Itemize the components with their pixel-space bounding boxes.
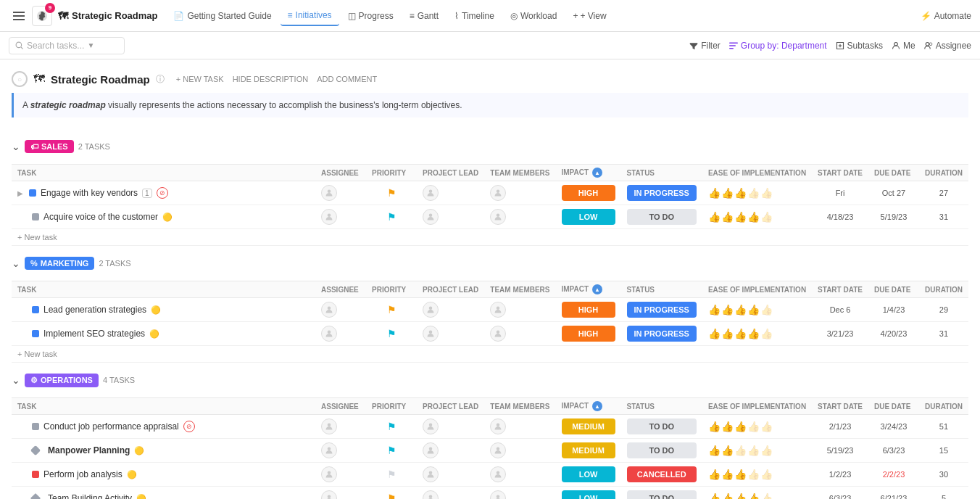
team-members-avatar[interactable] bbox=[490, 302, 506, 318]
impact-sort-icon-ops[interactable]: ▲ bbox=[592, 401, 602, 411]
impact-badge[interactable]: HIGH bbox=[562, 326, 615, 342]
menu-icon[interactable] bbox=[9, 6, 29, 26]
section-header-row-sales: ⌄ 🏷 SALES 2 TASKS bbox=[12, 132, 968, 165]
priority-flag-icon[interactable]: ⚑ bbox=[387, 211, 396, 223]
hide-description-button[interactable]: HIDE DESCRIPTION bbox=[233, 75, 309, 83]
filter-button[interactable]: Filter bbox=[689, 41, 721, 51]
sales-toggle[interactable]: ⌄ bbox=[12, 141, 20, 152]
project-lead-avatar[interactable] bbox=[423, 442, 439, 458]
project-lead-avatar[interactable] bbox=[423, 326, 439, 342]
status-badge[interactable]: IN PROGRESS bbox=[627, 302, 697, 318]
status-badge[interactable]: IN PROGRESS bbox=[627, 326, 697, 342]
impact-badge[interactable]: LOW bbox=[562, 490, 615, 499]
project-lead-avatar[interactable] bbox=[423, 466, 439, 482]
automate-button[interactable]: ⚡ Automate bbox=[921, 11, 971, 21]
impact-badge[interactable]: MEDIUM bbox=[562, 442, 615, 458]
team-members-avatar[interactable] bbox=[490, 209, 506, 225]
priority-flag-icon[interactable]: ⚑ bbox=[387, 328, 396, 339]
team-members-avatar[interactable] bbox=[490, 466, 506, 482]
project-lead-avatar[interactable] bbox=[423, 209, 439, 225]
assignee-avatar[interactable] bbox=[321, 418, 337, 434]
guide-icon: 📄 bbox=[173, 11, 184, 21]
tab-timeline[interactable]: ⌇ Timeline bbox=[447, 7, 502, 25]
group-by-button[interactable]: Group by: Department bbox=[729, 41, 827, 51]
task-name[interactable]: Engage with key vendors bbox=[41, 188, 138, 198]
subtasks-button[interactable]: Subtasks bbox=[836, 41, 883, 51]
assignee-avatar[interactable] bbox=[321, 185, 337, 201]
impact-sort-icon[interactable]: ▲ bbox=[592, 168, 602, 178]
priority-flag-icon[interactable]: ⚑ bbox=[387, 304, 396, 316]
task-name[interactable]: Acquire voice of the customer bbox=[43, 212, 158, 222]
operations-badge[interactable]: ⚙ OPERATIONS bbox=[25, 374, 99, 387]
status-badge[interactable]: TO DO bbox=[627, 490, 697, 499]
assignee-avatar[interactable] bbox=[321, 442, 337, 458]
assignee-avatar[interactable] bbox=[321, 302, 337, 318]
project-lead-avatar[interactable] bbox=[423, 418, 439, 434]
marketing-badge[interactable]: % MARKETING bbox=[25, 257, 94, 270]
col-task-header-mkt: TASK bbox=[12, 281, 315, 298]
block-icon[interactable]: ⊘ bbox=[183, 421, 195, 432]
add-comment-button[interactable]: ADD COMMENT bbox=[317, 75, 377, 83]
team-members-avatar[interactable] bbox=[490, 185, 506, 201]
team-members-avatar[interactable] bbox=[490, 326, 506, 342]
team-members-avatar[interactable] bbox=[490, 490, 506, 499]
status-badge[interactable]: CANCELLED bbox=[627, 466, 697, 482]
impact-header-text: IMPACT bbox=[562, 168, 589, 176]
impact-badge[interactable]: HIGH bbox=[562, 302, 615, 318]
assignee-button[interactable]: Assignee bbox=[924, 41, 971, 51]
impact-badge[interactable]: LOW bbox=[562, 209, 615, 225]
impact-badge[interactable]: HIGH bbox=[562, 185, 615, 201]
search-input[interactable]: Search tasks... ▼ bbox=[9, 37, 125, 54]
priority-flag-icon[interactable]: ⚑ bbox=[387, 445, 396, 456]
assignee-avatar[interactable] bbox=[321, 326, 337, 342]
assignee-avatar[interactable] bbox=[321, 209, 337, 225]
project-lead-avatar[interactable] bbox=[423, 490, 439, 499]
project-circle[interactable]: ○ bbox=[12, 71, 28, 87]
tab-workload[interactable]: ◎ Workload bbox=[503, 7, 564, 25]
marketing-toggle[interactable]: ⌄ bbox=[12, 257, 20, 269]
expand-arrow-icon[interactable]: ▶ bbox=[17, 189, 23, 197]
info-icon[interactable]: ⓘ bbox=[156, 73, 165, 86]
tab-progress[interactable]: ◫ Progress bbox=[341, 7, 401, 25]
col-ease-header-ops: EASE OF IMPLEMENTATION bbox=[702, 398, 812, 415]
task-name[interactable]: Implement SEO strategies bbox=[43, 329, 145, 339]
task-name[interactable]: Conduct job performance appraisal bbox=[43, 421, 179, 432]
new-task-button[interactable]: + NEW TASK bbox=[176, 75, 224, 83]
tab-guide[interactable]: 📄 Getting Started Guide bbox=[166, 7, 278, 25]
priority-flag-icon[interactable]: ⚑ bbox=[387, 492, 396, 499]
main-content: ○ 🗺 Strategic Roadmap ⓘ + NEW TASK HIDE … bbox=[0, 59, 980, 499]
project-lead-avatar[interactable] bbox=[423, 185, 439, 201]
assignee-avatar[interactable] bbox=[321, 466, 337, 482]
status-badge[interactable]: TO DO bbox=[627, 209, 697, 225]
col-duration-header-ops: DURATION bbox=[919, 398, 968, 415]
impact-badge[interactable]: LOW bbox=[562, 466, 615, 482]
priority-flag-icon[interactable]: ⚑ bbox=[387, 469, 396, 480]
priority-flag-icon[interactable]: ⚑ bbox=[387, 421, 396, 432]
task-name[interactable]: Perform job analysis bbox=[43, 469, 122, 479]
tab-initiatives[interactable]: ≡ Initiatives bbox=[281, 6, 339, 26]
status-badge[interactable]: TO DO bbox=[627, 442, 697, 458]
add-view-button[interactable]: + + View bbox=[565, 7, 613, 25]
team-members-avatar[interactable] bbox=[490, 442, 506, 458]
sales-badge[interactable]: 🏷 SALES bbox=[25, 140, 74, 153]
team-members-avatar[interactable] bbox=[490, 418, 506, 434]
project-lead-avatar[interactable] bbox=[423, 302, 439, 318]
tab-gantt[interactable]: ≡ Gantt bbox=[402, 7, 446, 25]
impact-badge[interactable]: MEDIUM bbox=[562, 418, 615, 434]
status-badge[interactable]: IN PROGRESS bbox=[627, 185, 697, 201]
task-name-bold[interactable]: Manpower Planning bbox=[48, 445, 130, 455]
col-due-header-ops: DUE DATE bbox=[868, 398, 919, 415]
priority-flag-icon[interactable]: ⚑ bbox=[387, 187, 396, 199]
new-task-button-marketing[interactable]: + New task bbox=[17, 350, 57, 358]
new-task-button-sales[interactable]: + New task bbox=[17, 233, 57, 242]
task-name[interactable]: Team Building Activity bbox=[48, 493, 132, 499]
block-icon[interactable]: ⊘ bbox=[157, 187, 168, 199]
task-name[interactable]: Lead generation strategies bbox=[43, 305, 146, 315]
me-button[interactable]: Me bbox=[892, 41, 915, 51]
status-badge[interactable]: TO DO bbox=[627, 418, 697, 434]
assignee-avatar[interactable] bbox=[321, 490, 337, 499]
search-dropdown-icon[interactable]: ▼ bbox=[87, 41, 94, 49]
operations-toggle[interactable]: ⌄ bbox=[12, 374, 20, 386]
impact-sort-icon-mkt[interactable]: ▲ bbox=[592, 284, 602, 294]
ease-cell: 👍👍👍👍👍 bbox=[708, 492, 806, 499]
